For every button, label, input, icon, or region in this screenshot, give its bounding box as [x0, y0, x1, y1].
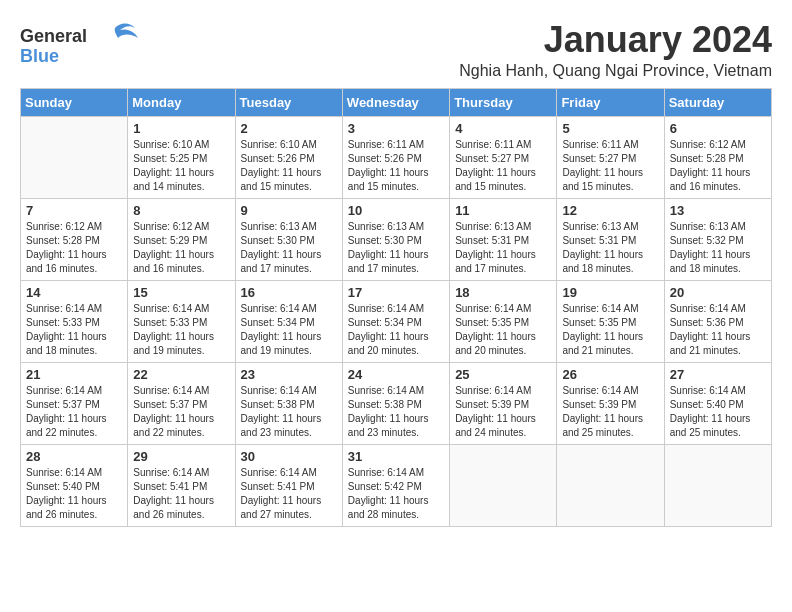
week-row-2: 7Sunrise: 6:12 AMSunset: 5:28 PMDaylight…	[21, 198, 772, 280]
day-info: Sunrise: 6:12 AMSunset: 5:28 PMDaylight:…	[670, 138, 766, 194]
day-info: Sunrise: 6:13 AMSunset: 5:31 PMDaylight:…	[455, 220, 551, 276]
calendar-cell: 28Sunrise: 6:14 AMSunset: 5:40 PMDayligh…	[21, 444, 128, 526]
day-number: 16	[241, 285, 337, 300]
week-row-5: 28Sunrise: 6:14 AMSunset: 5:40 PMDayligh…	[21, 444, 772, 526]
day-info: Sunrise: 6:14 AMSunset: 5:33 PMDaylight:…	[133, 302, 229, 358]
weekday-header-wednesday: Wednesday	[342, 88, 449, 116]
calendar-cell: 9Sunrise: 6:13 AMSunset: 5:30 PMDaylight…	[235, 198, 342, 280]
calendar-cell: 25Sunrise: 6:14 AMSunset: 5:39 PMDayligh…	[450, 362, 557, 444]
day-number: 20	[670, 285, 766, 300]
day-info: Sunrise: 6:12 AMSunset: 5:28 PMDaylight:…	[26, 220, 122, 276]
calendar-cell: 12Sunrise: 6:13 AMSunset: 5:31 PMDayligh…	[557, 198, 664, 280]
day-number: 23	[241, 367, 337, 382]
calendar-cell: 24Sunrise: 6:14 AMSunset: 5:38 PMDayligh…	[342, 362, 449, 444]
day-info: Sunrise: 6:14 AMSunset: 5:39 PMDaylight:…	[562, 384, 658, 440]
weekday-header-tuesday: Tuesday	[235, 88, 342, 116]
day-info: Sunrise: 6:14 AMSunset: 5:40 PMDaylight:…	[670, 384, 766, 440]
calendar-cell: 8Sunrise: 6:12 AMSunset: 5:29 PMDaylight…	[128, 198, 235, 280]
day-info: Sunrise: 6:14 AMSunset: 5:35 PMDaylight:…	[455, 302, 551, 358]
week-row-1: 1Sunrise: 6:10 AMSunset: 5:25 PMDaylight…	[21, 116, 772, 198]
day-number: 10	[348, 203, 444, 218]
day-number: 30	[241, 449, 337, 464]
calendar-table: SundayMondayTuesdayWednesdayThursdayFrid…	[20, 88, 772, 527]
day-info: Sunrise: 6:14 AMSunset: 5:42 PMDaylight:…	[348, 466, 444, 522]
calendar-cell: 29Sunrise: 6:14 AMSunset: 5:41 PMDayligh…	[128, 444, 235, 526]
day-info: Sunrise: 6:10 AMSunset: 5:25 PMDaylight:…	[133, 138, 229, 194]
day-number: 7	[26, 203, 122, 218]
month-title: January 2024	[459, 20, 772, 60]
day-info: Sunrise: 6:14 AMSunset: 5:41 PMDaylight:…	[133, 466, 229, 522]
calendar-cell: 2Sunrise: 6:10 AMSunset: 5:26 PMDaylight…	[235, 116, 342, 198]
calendar-cell: 17Sunrise: 6:14 AMSunset: 5:34 PMDayligh…	[342, 280, 449, 362]
weekday-header-sunday: Sunday	[21, 88, 128, 116]
day-info: Sunrise: 6:13 AMSunset: 5:30 PMDaylight:…	[348, 220, 444, 276]
day-number: 28	[26, 449, 122, 464]
logo-svg: General Blue	[20, 20, 150, 70]
header: General Blue January 2024 Nghia Hanh, Qu…	[20, 20, 772, 80]
day-number: 19	[562, 285, 658, 300]
calendar-cell	[450, 444, 557, 526]
day-info: Sunrise: 6:14 AMSunset: 5:40 PMDaylight:…	[26, 466, 122, 522]
day-number: 26	[562, 367, 658, 382]
day-number: 6	[670, 121, 766, 136]
day-number: 27	[670, 367, 766, 382]
page-container: General Blue January 2024 Nghia Hanh, Qu…	[20, 20, 772, 527]
logo-text: General Blue	[20, 20, 150, 74]
svg-text:General: General	[20, 26, 87, 46]
day-number: 18	[455, 285, 551, 300]
calendar-cell: 31Sunrise: 6:14 AMSunset: 5:42 PMDayligh…	[342, 444, 449, 526]
calendar-cell: 27Sunrise: 6:14 AMSunset: 5:40 PMDayligh…	[664, 362, 771, 444]
calendar-cell: 26Sunrise: 6:14 AMSunset: 5:39 PMDayligh…	[557, 362, 664, 444]
calendar-cell: 6Sunrise: 6:12 AMSunset: 5:28 PMDaylight…	[664, 116, 771, 198]
weekday-header-friday: Friday	[557, 88, 664, 116]
day-number: 9	[241, 203, 337, 218]
day-number: 14	[26, 285, 122, 300]
weekday-header-row: SundayMondayTuesdayWednesdayThursdayFrid…	[21, 88, 772, 116]
day-number: 5	[562, 121, 658, 136]
calendar-cell: 30Sunrise: 6:14 AMSunset: 5:41 PMDayligh…	[235, 444, 342, 526]
calendar-cell: 20Sunrise: 6:14 AMSunset: 5:36 PMDayligh…	[664, 280, 771, 362]
day-info: Sunrise: 6:13 AMSunset: 5:31 PMDaylight:…	[562, 220, 658, 276]
day-info: Sunrise: 6:11 AMSunset: 5:27 PMDaylight:…	[455, 138, 551, 194]
day-info: Sunrise: 6:14 AMSunset: 5:39 PMDaylight:…	[455, 384, 551, 440]
day-number: 25	[455, 367, 551, 382]
day-number: 22	[133, 367, 229, 382]
calendar-cell: 15Sunrise: 6:14 AMSunset: 5:33 PMDayligh…	[128, 280, 235, 362]
day-info: Sunrise: 6:11 AMSunset: 5:27 PMDaylight:…	[562, 138, 658, 194]
calendar-cell: 7Sunrise: 6:12 AMSunset: 5:28 PMDaylight…	[21, 198, 128, 280]
day-number: 17	[348, 285, 444, 300]
day-info: Sunrise: 6:12 AMSunset: 5:29 PMDaylight:…	[133, 220, 229, 276]
day-info: Sunrise: 6:10 AMSunset: 5:26 PMDaylight:…	[241, 138, 337, 194]
calendar-cell	[21, 116, 128, 198]
day-info: Sunrise: 6:14 AMSunset: 5:33 PMDaylight:…	[26, 302, 122, 358]
day-number: 8	[133, 203, 229, 218]
day-number: 15	[133, 285, 229, 300]
day-info: Sunrise: 6:14 AMSunset: 5:41 PMDaylight:…	[241, 466, 337, 522]
day-number: 13	[670, 203, 766, 218]
calendar-cell: 19Sunrise: 6:14 AMSunset: 5:35 PMDayligh…	[557, 280, 664, 362]
day-info: Sunrise: 6:14 AMSunset: 5:37 PMDaylight:…	[26, 384, 122, 440]
day-info: Sunrise: 6:14 AMSunset: 5:38 PMDaylight:…	[241, 384, 337, 440]
day-info: Sunrise: 6:13 AMSunset: 5:30 PMDaylight:…	[241, 220, 337, 276]
calendar-cell: 14Sunrise: 6:14 AMSunset: 5:33 PMDayligh…	[21, 280, 128, 362]
day-number: 24	[348, 367, 444, 382]
day-info: Sunrise: 6:11 AMSunset: 5:26 PMDaylight:…	[348, 138, 444, 194]
calendar-cell: 4Sunrise: 6:11 AMSunset: 5:27 PMDaylight…	[450, 116, 557, 198]
calendar-cell: 1Sunrise: 6:10 AMSunset: 5:25 PMDaylight…	[128, 116, 235, 198]
calendar-cell: 5Sunrise: 6:11 AMSunset: 5:27 PMDaylight…	[557, 116, 664, 198]
day-number: 29	[133, 449, 229, 464]
calendar-cell: 11Sunrise: 6:13 AMSunset: 5:31 PMDayligh…	[450, 198, 557, 280]
day-info: Sunrise: 6:14 AMSunset: 5:38 PMDaylight:…	[348, 384, 444, 440]
calendar-cell: 22Sunrise: 6:14 AMSunset: 5:37 PMDayligh…	[128, 362, 235, 444]
calendar-cell: 16Sunrise: 6:14 AMSunset: 5:34 PMDayligh…	[235, 280, 342, 362]
week-row-3: 14Sunrise: 6:14 AMSunset: 5:33 PMDayligh…	[21, 280, 772, 362]
day-number: 31	[348, 449, 444, 464]
week-row-4: 21Sunrise: 6:14 AMSunset: 5:37 PMDayligh…	[21, 362, 772, 444]
calendar-cell: 10Sunrise: 6:13 AMSunset: 5:30 PMDayligh…	[342, 198, 449, 280]
weekday-header-saturday: Saturday	[664, 88, 771, 116]
day-number: 2	[241, 121, 337, 136]
day-info: Sunrise: 6:14 AMSunset: 5:35 PMDaylight:…	[562, 302, 658, 358]
title-section: January 2024 Nghia Hanh, Quang Ngai Prov…	[459, 20, 772, 80]
day-info: Sunrise: 6:14 AMSunset: 5:34 PMDaylight:…	[241, 302, 337, 358]
day-number: 21	[26, 367, 122, 382]
